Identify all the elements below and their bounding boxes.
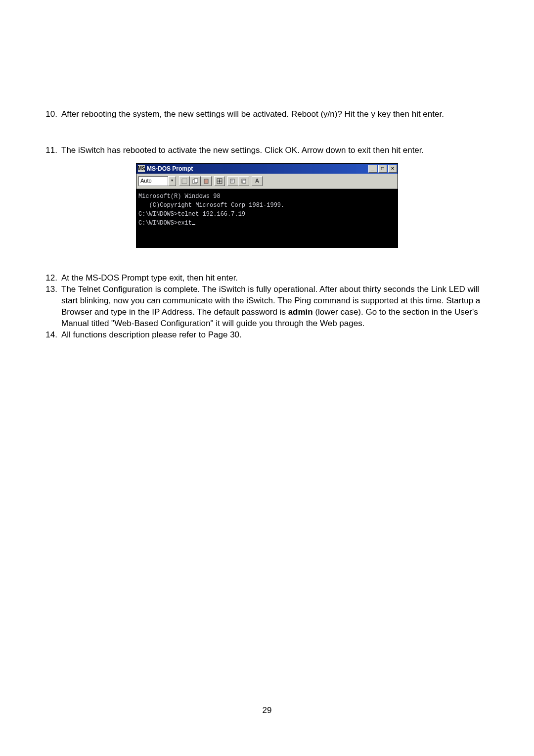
terminal-area[interactable]: Microsoft(R) Windows 98 (C)Copyright Mic… [136, 189, 398, 247]
step-text: The iSwitch has rebooted to activate the… [61, 145, 494, 156]
svg-rect-4 [205, 179, 207, 180]
terminal-line: Microsoft(R) Windows 98 [138, 192, 396, 201]
copy-button[interactable] [190, 176, 201, 186]
cursor-icon [192, 224, 195, 225]
step-number: 13. [40, 284, 61, 330]
toolbar: Auto ▾ [136, 174, 398, 189]
dos-window: MS MS-DOS Prompt _ □ × Auto ▾ [136, 163, 398, 248]
dos-screenshot: MS MS-DOS Prompt _ □ × Auto ▾ [136, 163, 398, 248]
close-button[interactable]: × [388, 165, 397, 173]
terminal-line: C:\WINDOWS>telnet 192.166.7.19 [138, 210, 396, 219]
step-text: All functions description please refer t… [61, 330, 494, 341]
step-number: 14. [40, 330, 61, 341]
svg-rect-13 [243, 180, 246, 183]
window-controls: _ □ × [368, 165, 398, 173]
paste-button[interactable] [201, 176, 212, 186]
font-size-select[interactable]: Auto [138, 176, 168, 186]
msdos-icon: MS [138, 165, 145, 172]
step-number: 11. [40, 145, 61, 156]
svg-rect-3 [204, 179, 208, 184]
svg-rect-2 [194, 179, 198, 183]
terminal-line: (C)Copyright Microsoft Corp 1981-1999. [138, 201, 396, 210]
titlebar: MS MS-DOS Prompt _ □ × [136, 164, 398, 174]
step-text: After rebooting the system, the new sett… [61, 109, 494, 120]
step-14: 14. All functions description please ref… [40, 330, 494, 341]
step-number: 12. [40, 273, 61, 284]
terminal-line: C:\WINDOWS>exit [138, 219, 396, 228]
step-13: 13. The Telnet Configuration is complete… [40, 284, 494, 330]
mark-button[interactable] [179, 176, 190, 186]
step-10: 10. After rebooting the system, the new … [40, 109, 494, 120]
maximize-button[interactable]: □ [378, 165, 387, 173]
svg-rect-0 [182, 179, 187, 184]
step-number: 10. [40, 109, 61, 120]
step-12: 12. At the MS-DOS Prompt type exit, then… [40, 273, 494, 284]
background-button[interactable] [238, 176, 249, 186]
properties-button[interactable] [227, 176, 238, 186]
svg-point-8 [219, 180, 221, 182]
fullscreen-button[interactable] [214, 176, 225, 186]
dropdown-button[interactable]: ▾ [168, 176, 176, 186]
step-11: 11. The iSwitch has rebooted to activate… [40, 145, 494, 156]
step-text: At the MS-DOS Prompt type exit, then hit… [61, 273, 494, 284]
minimize-button[interactable]: _ [368, 165, 377, 173]
page-number: 29 [0, 705, 534, 716]
document-page: 10. After rebooting the system, the new … [0, 0, 534, 756]
window-title: MS-DOS Prompt [147, 165, 368, 173]
step-text: The Telnet Configuration is complete. Th… [61, 284, 494, 330]
font-button[interactable]: A [252, 176, 263, 186]
